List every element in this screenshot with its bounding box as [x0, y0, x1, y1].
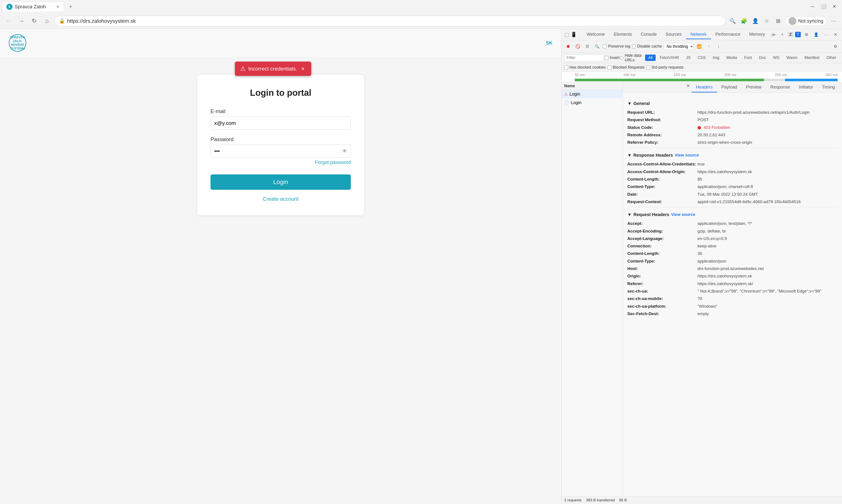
browser-tab[interactable]: S Spravca Zaloh ✕ [3, 2, 64, 12]
devtools-tab-welcome[interactable]: Welcome [582, 30, 609, 39]
filter-fetch-xhr[interactable]: Fetch/XHR [656, 55, 682, 61]
devtools-more-tabs[interactable]: ≫ [769, 30, 777, 39]
response-headers-section[interactable]: ▼ Response Headers View source [627, 151, 838, 159]
collections-icon[interactable]: ⊞ [773, 16, 783, 26]
filter-media[interactable]: Media [723, 55, 740, 61]
forgot-password-anchor[interactable]: Forgot password [315, 160, 351, 165]
throttle-select[interactable]: No throttling [664, 43, 694, 50]
filter-font[interactable]: Font [741, 55, 755, 61]
filter-wasm[interactable]: Wasm [784, 55, 801, 61]
req-header-value-5: application/json [698, 258, 838, 265]
divider-1 [627, 148, 838, 148]
third-party-checkbox[interactable]: 3rd-party requests [646, 65, 683, 70]
offline-icon[interactable]: 📶 [695, 42, 703, 50]
request-view-source-link[interactable]: View source [671, 211, 695, 218]
close-detail-panel[interactable]: ✕ [685, 83, 691, 89]
back-button[interactable]: ← [3, 16, 14, 26]
create-account-link[interactable]: Create account [263, 196, 299, 202]
password-input[interactable] [211, 145, 351, 158]
extensions-icon[interactable]: 🧩 [739, 16, 749, 26]
badge-blue: 7 [795, 32, 801, 37]
profile-icon[interactable]: 👤 [751, 16, 760, 26]
detail-tab-timing[interactable]: Timing [818, 83, 839, 92]
disable-cache-checkbox[interactable]: Disable cache [632, 44, 662, 49]
response-view-source-link[interactable]: View source [675, 151, 699, 159]
inspect-icon[interactable]: ⬚ [564, 31, 569, 39]
detail-tab-response[interactable]: Response [766, 83, 794, 92]
devtools-close-icon[interactable]: ✕ [831, 31, 839, 39]
remote-address-row: Remote Address: 20.50.2.61:443 [627, 131, 838, 139]
invert-checkbox[interactable]: Invert [604, 55, 620, 60]
search-icon[interactable]: 🔍 [728, 16, 737, 26]
devtools-tab-memory[interactable]: Memory [745, 30, 769, 39]
more-button[interactable]: ⋯ [829, 16, 839, 26]
record-button[interactable]: ⏺ [564, 42, 572, 50]
search-button[interactable]: 🔍 [593, 42, 601, 50]
close-button[interactable]: ✕ [829, 2, 839, 12]
refresh-button[interactable]: ↻ [29, 16, 39, 26]
resp-header-value-1: https://drs.zalohovysystem.sk [698, 168, 838, 175]
filter-all[interactable]: All [645, 55, 655, 61]
password-form-group: Password 👁 Forgot password [211, 136, 351, 165]
sync-button[interactable]: Not syncing [785, 16, 827, 26]
request-item-1[interactable]: 📄 Login [562, 98, 623, 107]
devtools-add-tab[interactable]: + [778, 31, 786, 39]
devtools-tab-network[interactable]: Network [686, 30, 711, 39]
req-header-value-7: https://drs.zalohovysystem.sk [698, 273, 838, 280]
download-icon[interactable]: ↓ [715, 42, 722, 50]
favorites-icon[interactable]: ☆ [762, 16, 772, 26]
detail-tab-initiator[interactable]: Initiator [794, 83, 818, 92]
email-input[interactable] [211, 116, 351, 130]
filter-doc[interactable]: Doc [756, 55, 769, 61]
detail-tab-headers[interactable]: Headers [691, 83, 717, 92]
forward-button[interactable]: → [16, 16, 27, 26]
devtools-settings-gear[interactable]: ⚙ [831, 42, 839, 50]
logo-text: SPRÁVCAZÁLO-HOVÉHOSYSTÉMU [9, 35, 26, 51]
blocked-requests-checkbox[interactable]: Blocked Requests [608, 65, 645, 70]
hide-data-urls-checkbox[interactable]: Hide data URLs [620, 53, 644, 62]
device-icon[interactable]: 📱 [571, 31, 577, 39]
devtools-tab-console[interactable]: Console [636, 30, 661, 39]
login-button[interactable]: Login [211, 175, 351, 190]
has-blocked-cookies-checkbox[interactable]: Has blocked cookies [564, 65, 606, 70]
filter-toggle-button[interactable]: ☰ [583, 42, 591, 50]
password-toggle-button[interactable]: 👁 [342, 148, 347, 154]
maximize-button[interactable]: ⬜ [818, 2, 828, 12]
detail-tab-preview[interactable]: Preview [741, 83, 766, 92]
home-button[interactable]: ⌂ [42, 16, 52, 26]
resp-header-name-2: Content-Length: [627, 176, 698, 183]
toast-close-button[interactable]: ✕ [300, 66, 306, 72]
filter-js[interactable]: JS [683, 55, 694, 61]
filter-ws[interactable]: WS [770, 55, 783, 61]
filter-manifest[interactable]: Manifest [802, 55, 823, 61]
req-header-value-8: https://drs.zalohovysystem.sk/ [698, 280, 838, 287]
devtools-tab-sources[interactable]: Sources [661, 30, 686, 39]
devtools-user-icon[interactable]: 👤 [812, 31, 820, 39]
request-item-0[interactable]: ⚠ Login [562, 90, 623, 98]
timeline-label-100: 100 ms [623, 73, 635, 77]
new-tab-button[interactable]: + [66, 2, 75, 12]
preserve-log-checkbox[interactable]: Preserve log [603, 44, 630, 49]
address-bar[interactable]: 🔒 https://drs.zalohovysystem.sk [54, 16, 725, 26]
req-header-name-9: sec-ch-ua: [627, 288, 698, 295]
devtools-options-icon[interactable]: ⋯ [822, 31, 830, 39]
req-header-name-5: Content-Type: [627, 258, 698, 265]
general-section-header[interactable]: ▼ General [627, 100, 838, 107]
devtools-tab-performance[interactable]: Performance [711, 30, 745, 39]
minimize-button[interactable]: ─ [807, 2, 818, 12]
tab-close-button[interactable]: ✕ [55, 4, 60, 10]
filter-css[interactable]: CSS [695, 55, 709, 61]
filter-img[interactable]: Img [710, 55, 722, 61]
sync-label: Not syncing [798, 18, 823, 24]
language-button[interactable]: SK [546, 40, 552, 46]
upload-icon[interactable]: ↑ [705, 42, 713, 50]
filter-other[interactable]: Other [823, 55, 839, 61]
req-header-value-2: en-US,en;q=0.9 [698, 235, 838, 242]
req-header-10: sec-ch-ua-mobile: ?0 [627, 295, 838, 302]
clear-button[interactable]: 🚫 [574, 42, 582, 50]
devtools-settings-icon[interactable]: ⚙ [803, 31, 810, 39]
filter-input[interactable] [564, 54, 604, 61]
request-headers-section[interactable]: ▼ Request Headers View source [627, 211, 838, 218]
detail-tab-payload[interactable]: Payload [717, 83, 741, 92]
devtools-tab-elements[interactable]: Elements [609, 30, 636, 39]
